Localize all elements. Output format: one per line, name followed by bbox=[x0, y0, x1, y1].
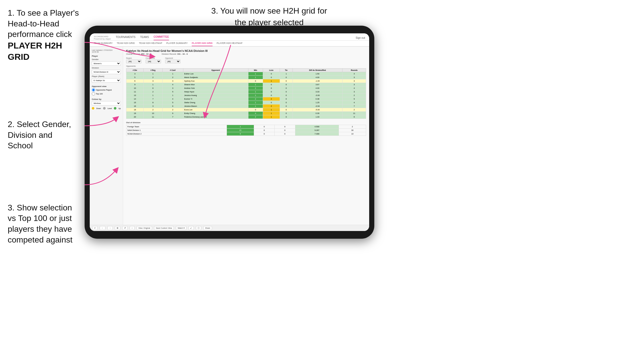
logo-sub: Powered by clippd bbox=[94, 38, 110, 40]
cell-loss: 1 bbox=[263, 108, 280, 112]
col-conf: # Conf bbox=[162, 69, 183, 72]
subnav-team-h2h-heatmap[interactable]: TEAM H2H HEATMAP bbox=[139, 41, 162, 46]
tablet-screen: SCOREBOARD Powered by clippd TOURNAMENTS… bbox=[90, 33, 369, 231]
cell-opponent: Sharon Mun bbox=[183, 83, 248, 86]
forward-btn[interactable]: → bbox=[107, 226, 113, 230]
cell-win: 2 bbox=[248, 115, 263, 119]
nav-committee[interactable]: COMMITTEE bbox=[154, 35, 169, 40]
hex-btn[interactable]: ⬡ bbox=[196, 226, 201, 230]
save-custom-view-btn[interactable]: Save Custom View bbox=[154, 226, 174, 230]
subnav-player-h2h-grid[interactable]: PLAYER H2H GRID bbox=[192, 41, 213, 46]
cell-loss: 0 bbox=[263, 86, 280, 90]
cell-div: 20 bbox=[126, 115, 144, 119]
cell-div: 11 bbox=[126, 90, 144, 94]
conference-label: Conference bbox=[146, 57, 161, 59]
cell-opponent: Jessica Huang bbox=[183, 94, 248, 97]
legend-level-dot bbox=[103, 107, 106, 110]
division-select[interactable]: NCAA Division III bbox=[92, 70, 121, 74]
cell-opponent: Esther Lee bbox=[183, 72, 248, 76]
table-row: 16 3 6 Jessica Mason 1 2 0 -0.94 7 bbox=[126, 104, 366, 108]
player-rank-select[interactable]: 8. Katelyn Vo bbox=[92, 78, 121, 83]
cell-loss: 1 bbox=[263, 112, 280, 115]
gender-label: Gender bbox=[92, 58, 121, 61]
cell-diff: 7.400 bbox=[295, 132, 339, 136]
cell-div: 3 bbox=[126, 72, 144, 76]
nav-teams[interactable]: TEAMS bbox=[140, 36, 149, 40]
cell-win: 2 bbox=[248, 97, 263, 101]
cell-reg: 10 bbox=[144, 112, 163, 115]
cell-div: 19 bbox=[126, 112, 144, 115]
nav-tournaments[interactable]: TOURNAMENTS bbox=[116, 36, 135, 40]
back-btn[interactable]: ← bbox=[100, 226, 105, 230]
opponent-select[interactable]: (All) bbox=[165, 60, 180, 63]
legend-up-dot bbox=[114, 107, 116, 110]
region-select[interactable]: (All) bbox=[126, 60, 142, 63]
cell-loss: 2 bbox=[263, 97, 280, 101]
conference-select[interactable]: (All) bbox=[146, 60, 161, 63]
gender-select[interactable]: Women's bbox=[92, 61, 121, 66]
cell-conf: 4 bbox=[162, 97, 183, 101]
cell-rounds: 4 bbox=[343, 101, 366, 104]
export-btn[interactable]: ↙ bbox=[188, 226, 194, 230]
circle-btn[interactable]: ○ bbox=[130, 226, 135, 230]
cell-tie: 0 bbox=[280, 83, 293, 86]
main-content: Last Updated: 27/03/2024 16:55:38 Player… bbox=[90, 47, 369, 225]
grid-btn[interactable]: ⊞ bbox=[115, 226, 120, 230]
cell-win: 1 bbox=[248, 90, 263, 94]
col-tie: Tie bbox=[280, 69, 293, 72]
main-data-table: # Div # Reg # Conf Opponent Win Loss Tie… bbox=[126, 68, 366, 119]
undo-btn[interactable]: ↩ bbox=[92, 226, 98, 230]
cell-rounds: 2 bbox=[343, 108, 366, 112]
table-row: 15 8 5 Stella Cheng 1 0 0 1.25 4 bbox=[126, 101, 366, 104]
table-row: 3 1 1 Esther Lee 1 0 1 1.50 4 bbox=[126, 72, 366, 76]
cell-loss: 0 bbox=[263, 72, 280, 76]
subnav-player-summary[interactable]: PLAYER SUMMARY bbox=[166, 41, 188, 46]
out-of-div-row: Foreign Team 1 0 0 4.500 2 bbox=[126, 125, 366, 129]
cell-rounds: 3 bbox=[343, 83, 366, 86]
subnav-team-summary[interactable]: TEAM SUMMARY bbox=[94, 41, 113, 46]
cell-tie: 0 bbox=[280, 115, 293, 119]
region-label: Region bbox=[126, 57, 142, 59]
cell-diff: 3.67 bbox=[293, 83, 342, 86]
cell-diff: 3.33 bbox=[293, 90, 342, 94]
subnav-team-h2h-grid[interactable]: TEAM H2H GRID bbox=[117, 41, 135, 46]
colour-by-select[interactable]: Win/loss bbox=[92, 101, 121, 105]
cell-tie: 0 bbox=[275, 125, 295, 129]
cell-rounds: 3 bbox=[343, 79, 366, 83]
radio-opponents-played[interactable]: Opponents Played bbox=[92, 88, 121, 92]
cell-div: 16 bbox=[126, 104, 144, 108]
cell-loss: 1 bbox=[263, 79, 280, 83]
colour-legend: Down Level Up bbox=[92, 107, 121, 110]
cell-rounds: 2 bbox=[343, 94, 366, 97]
step3-right-text: 3. You will now see H2H grid for the pla… bbox=[205, 5, 333, 28]
cell-loss: 0 bbox=[263, 90, 280, 94]
cell-conf: 1 bbox=[162, 72, 183, 76]
view-original-btn[interactable]: View: Original bbox=[137, 226, 152, 230]
cell-rounds: 6 bbox=[343, 115, 366, 119]
step3-left-text: 3. Show selection vs Top 100 or just pla… bbox=[8, 203, 79, 245]
cell-tie: 0 bbox=[280, 76, 293, 79]
cell-loss: 0 bbox=[254, 125, 275, 129]
cell-reg: 8 bbox=[144, 101, 163, 104]
refresh-btn[interactable]: ↺ bbox=[122, 226, 128, 230]
opponents-label: Opponents: bbox=[126, 65, 366, 67]
cell-diff: 4.500 bbox=[295, 125, 339, 129]
watch-btn[interactable]: Watch ▾ bbox=[176, 226, 186, 230]
col-loss: Loss bbox=[263, 69, 280, 72]
player-rank-label: Player (Rank) bbox=[92, 75, 121, 78]
step1-block: 1. To see a Player's Head-to-Head perfor… bbox=[8, 8, 79, 63]
table-row: 10 6 3 Andrea York 2 0 0 4.00 4 bbox=[126, 86, 366, 90]
colour-by-label: Colour by bbox=[92, 98, 121, 100]
subnav-player-h2h-heatmap[interactable]: PLAYER H2H HEATMAP bbox=[217, 41, 243, 46]
share-btn[interactable]: Share bbox=[203, 226, 212, 230]
opponent-filter-group: Opponent (All) bbox=[165, 57, 180, 63]
nav-logo: SCOREBOARD Powered by clippd bbox=[94, 36, 110, 40]
radio-top100[interactable]: Top 100 bbox=[92, 92, 121, 95]
cell-rounds: 4 bbox=[343, 72, 366, 76]
cell-win: 1 bbox=[248, 104, 263, 108]
nav-sign-out[interactable]: Sign out bbox=[356, 36, 365, 39]
cell-rounds: 7 bbox=[343, 104, 366, 108]
opponent-view-label: Opponent view bbox=[92, 85, 121, 88]
cell-rounds: 30 bbox=[339, 129, 366, 132]
cell-tie: 0 bbox=[280, 101, 293, 104]
